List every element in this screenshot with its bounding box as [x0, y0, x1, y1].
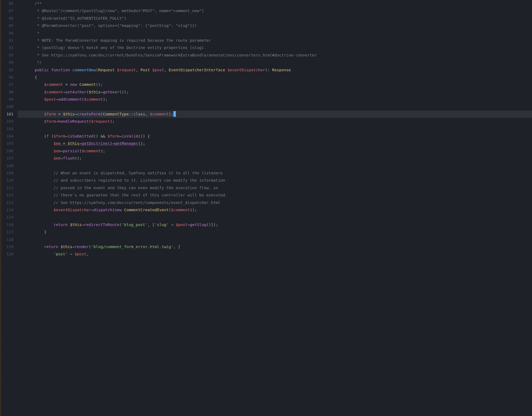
code-token: =	[63, 82, 70, 87]
code-line[interactable]: *	[18, 30, 532, 37]
line-number[interactable]: 88	[2, 15, 13, 22]
line-number[interactable]: 110	[2, 177, 13, 184]
line-number[interactable]: 120	[2, 251, 13, 258]
line-number[interactable]: 116	[2, 221, 13, 228]
code-line[interactable]: $form = $this→createForm(CommentType::cl…	[18, 111, 532, 118]
code-text-area[interactable]: /** * @Route("/comment/{postSlug}/new", …	[18, 0, 532, 416]
code-token: (	[79, 149, 82, 153]
code-editor[interactable]: 8687888990919293949596979899100101102103…	[0, 0, 532, 416]
code-line[interactable]: // there's no guarantee that the rest of…	[18, 192, 532, 199]
code-token: ));	[190, 208, 197, 212]
code-token: (	[86, 90, 89, 94]
code-line[interactable]: // When an event is dispatched, Symfony …	[18, 170, 532, 177]
code-token	[122, 208, 124, 212]
code-line[interactable]: $eventDispatcher→dispatch(new CommentCre…	[18, 206, 532, 214]
line-number[interactable]: 111	[2, 184, 13, 192]
code-line[interactable]: * @IsGranted("IS_AUTHENTICATED_FULLY")	[18, 15, 532, 22]
code-line[interactable]: $comment = new Comment();	[18, 81, 532, 88]
code-line[interactable]: // and subscribers registered to it. Lis…	[18, 177, 532, 184]
code-line[interactable]	[18, 236, 532, 243]
code-token: dispatch	[93, 208, 112, 212]
line-number[interactable]: 102	[2, 118, 13, 125]
code-line[interactable]: return $this→redirectToRoute('blog_post'…	[18, 221, 532, 228]
line-number[interactable]: 95	[2, 66, 13, 74]
code-line[interactable]: {	[18, 74, 532, 81]
line-number[interactable]: 96	[2, 74, 13, 81]
code-token: return	[54, 223, 68, 227]
line-number[interactable]: 114	[2, 206, 13, 214]
code-token: →	[61, 156, 63, 160]
code-token: →	[91, 208, 93, 212]
line-number[interactable]: 107	[2, 155, 13, 162]
code-token: $this	[61, 245, 72, 249]
line-number[interactable]: 100	[2, 103, 13, 110]
code-token	[70, 68, 72, 72]
code-line[interactable]: * (postSlug) doesn't match any of the Do…	[18, 44, 532, 51]
code-line[interactable]: * See https://symfony.com/doc/current/bu…	[18, 52, 532, 59]
code-line[interactable]: $em→persist($comment);	[18, 147, 532, 155]
code-token: $form	[108, 134, 120, 138]
line-number[interactable]: 92	[2, 44, 13, 51]
line-number[interactable]: 108	[2, 162, 13, 170]
line-number[interactable]: 115	[2, 214, 13, 221]
code-line[interactable]	[18, 162, 532, 170]
code-line[interactable]: /**	[18, 0, 532, 7]
code-token	[25, 156, 54, 160]
code-line[interactable]: * @Route("/comment/{postSlug}/new", meth…	[18, 7, 532, 15]
line-number[interactable]: 87	[2, 7, 13, 15]
line-number[interactable]: 109	[2, 170, 13, 177]
code-line[interactable]: if ($form→isSubmitted() && $form→isValid…	[18, 133, 532, 140]
line-number[interactable]: 99	[2, 96, 13, 103]
code-token: =	[56, 112, 63, 116]
code-line[interactable]: return $this→render('blog/comment_form_e…	[18, 243, 532, 251]
code-token: $form	[44, 112, 56, 116]
line-number[interactable]: 93	[2, 52, 13, 59]
code-line[interactable]: $em = $this→getDoctrine()→getManager();	[18, 140, 532, 147]
code-token: persist	[63, 149, 79, 153]
line-number[interactable]: 119	[2, 243, 13, 251]
code-line[interactable]: $comment→setAuthor($this→getUser());	[18, 89, 532, 96]
code-line[interactable]	[18, 103, 532, 110]
code-line[interactable]: // See https://symfony.com/doc/current/c…	[18, 199, 532, 206]
code-token: →	[65, 134, 68, 138]
code-token	[25, 223, 54, 227]
code-line[interactable]	[18, 125, 532, 133]
line-number[interactable]: 89	[2, 22, 13, 29]
code-token: (	[49, 134, 53, 138]
line-number[interactable]: 112	[2, 192, 13, 199]
code-line[interactable]: // passed in the event and they can even…	[18, 184, 532, 192]
code-token: // When an event is dispatched, Symfony …	[25, 171, 223, 175]
line-number[interactable]: 106	[2, 147, 13, 155]
line-number[interactable]: 105	[2, 140, 13, 147]
line-number[interactable]: 94	[2, 59, 13, 66]
code-line[interactable]: public function commentNew(Request $requ…	[18, 66, 532, 74]
code-line[interactable]: 'post' ⇒ $post,	[18, 251, 532, 258]
code-line[interactable]: $form→handleRequest($request);	[18, 118, 532, 125]
line-number-gutter[interactable]: 8687888990919293949596979899100101102103…	[2, 0, 18, 416]
line-number[interactable]: 86	[2, 0, 13, 7]
code-line[interactable]: $em→flush();	[18, 155, 532, 162]
line-number[interactable]: 103	[2, 125, 13, 133]
line-number[interactable]: 113	[2, 199, 13, 206]
code-token: // See https://symfony.com/doc/current/c…	[25, 200, 220, 205]
code-token: (	[96, 68, 98, 72]
line-number[interactable]: 101	[2, 111, 13, 118]
line-number[interactable]: 90	[2, 30, 13, 37]
code-token: $post	[75, 252, 86, 256]
line-number[interactable]: 118	[2, 236, 13, 243]
code-token	[25, 149, 54, 153]
code-line[interactable]: */	[18, 59, 532, 66]
code-line[interactable]: $post→addComment($comment);	[18, 96, 532, 103]
line-number[interactable]: 98	[2, 89, 13, 96]
code-line[interactable]: }	[18, 228, 532, 236]
code-token: ⇒	[169, 223, 176, 227]
line-number[interactable]: 91	[2, 37, 13, 44]
line-number[interactable]: 104	[2, 133, 13, 140]
code-token	[25, 141, 54, 146]
code-line[interactable]: * @ParamConverter("post", options={"mapp…	[18, 22, 532, 29]
line-number[interactable]: 97	[2, 81, 13, 88]
line-number[interactable]: 117	[2, 228, 13, 236]
code-line[interactable]: * NOTE: The ParamConverter mapping is re…	[18, 37, 532, 44]
code-token: $this	[89, 90, 101, 94]
code-line[interactable]	[18, 214, 532, 221]
